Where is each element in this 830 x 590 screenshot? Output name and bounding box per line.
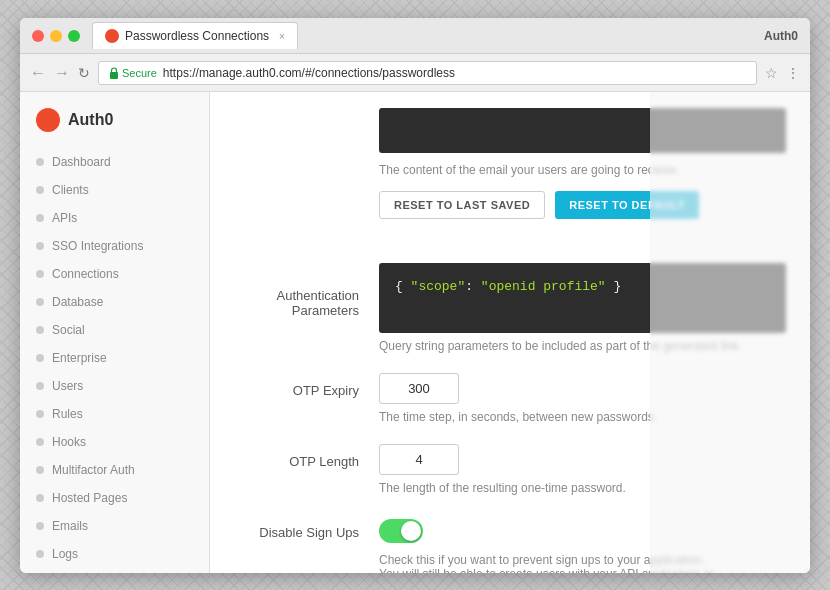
url-text: https://manage.auth0.com/#/connections/p… (163, 66, 455, 80)
sidebar-item-label: Hooks (52, 435, 86, 449)
disable-signups-toggle[interactable] (379, 519, 423, 543)
bookmark-icon[interactable]: ☆ (765, 65, 778, 81)
sidebar-item-label: Emails (52, 519, 88, 533)
sidebar-item-enterprise[interactable]: Enterprise (20, 344, 209, 372)
sidebar: Auth0 Dashboard Clients APIs SSO Integra… (20, 92, 210, 573)
disable-signups-label: Disable Sign Ups (234, 515, 379, 540)
sidebar-item-label: Clients (52, 183, 89, 197)
auth-params-label: Authentication Parameters (234, 263, 379, 318)
database-icon (36, 298, 44, 306)
forward-button[interactable]: → (54, 65, 70, 81)
code-scope-value: "openid profile" (481, 279, 606, 294)
otp-expiry-input[interactable] (379, 373, 459, 404)
secure-label: Secure (122, 67, 157, 79)
close-button[interactable] (32, 30, 44, 42)
otp-length-input[interactable] (379, 444, 459, 475)
maximize-button[interactable] (68, 30, 80, 42)
sidebar-item-dashboard[interactable]: Dashboard (20, 148, 209, 176)
tab-bar: Passwordless Connections × (92, 22, 298, 49)
connections-icon (36, 270, 44, 278)
otp-expiry-label: OTP Expiry (234, 373, 379, 398)
sidebar-item-social[interactable]: Social (20, 316, 209, 344)
toggle-knob (401, 521, 421, 541)
sidebar-brand: Auth0 (68, 111, 113, 129)
secure-badge: Secure (109, 67, 157, 79)
sidebar-item-connections[interactable]: Connections (20, 260, 209, 288)
sidebar-item-sso[interactable]: SSO Integrations (20, 232, 209, 260)
menu-icon[interactable]: ⋮ (786, 65, 800, 81)
lock-icon (109, 67, 119, 79)
sidebar-item-label: Social (52, 323, 85, 337)
tab-close-button[interactable]: × (279, 31, 285, 42)
title-bar: Passwordless Connections × Auth0 (20, 18, 810, 54)
emails-icon (36, 522, 44, 530)
sidebar-item-label: SSO Integrations (52, 239, 143, 253)
apis-icon (36, 214, 44, 222)
address-actions: ☆ ⋮ (765, 65, 800, 81)
sidebar-item-label: Hosted Pages (52, 491, 127, 505)
traffic-lights (32, 30, 80, 42)
otp-length-label: OTP Length (234, 444, 379, 469)
sidebar-item-label: Connections (52, 267, 119, 281)
back-button[interactable]: ← (30, 65, 46, 81)
social-icon (36, 326, 44, 334)
email-label (234, 108, 379, 118)
right-panel-overlay (650, 92, 810, 573)
sidebar-item-label: Dashboard (52, 155, 111, 169)
sidebar-item-rules[interactable]: Rules (20, 400, 209, 428)
sidebar-item-database[interactable]: Database (20, 288, 209, 316)
sidebar-item-mfa[interactable]: Multifactor Auth (20, 456, 209, 484)
sidebar-item-hosted-pages[interactable]: Hosted Pages (20, 484, 209, 512)
tab-favicon (105, 29, 119, 43)
clients-icon (36, 186, 44, 194)
code-brace-open: { (395, 279, 411, 294)
logs-icon (36, 550, 44, 558)
sidebar-item-users[interactable]: Users (20, 372, 209, 400)
sidebar-item-anomaly[interactable]: Anomaly Detection (20, 568, 209, 573)
sidebar-item-clients[interactable]: Clients (20, 176, 209, 204)
code-scope-key: "scope" (411, 279, 466, 294)
code-colon: : (465, 279, 481, 294)
rules-icon (36, 410, 44, 418)
users-icon (36, 382, 44, 390)
dashboard-icon (36, 158, 44, 166)
enterprise-icon (36, 354, 44, 362)
sidebar-item-label: Users (52, 379, 83, 393)
minimize-button[interactable] (50, 30, 62, 42)
sidebar-item-label: Database (52, 295, 103, 309)
reset-to-last-saved-button[interactable]: RESET TO LAST SAVED (379, 191, 545, 219)
sidebar-item-emails[interactable]: Emails (20, 512, 209, 540)
sidebar-item-label: Rules (52, 407, 83, 421)
hosted-pages-icon (36, 494, 44, 502)
sso-icon (36, 242, 44, 250)
auth0-logo-icon (36, 108, 60, 132)
address-bar: ← → ↻ Secure https://manage.auth0.com/#/… (20, 54, 810, 92)
svg-rect-0 (110, 72, 118, 79)
sidebar-logo: Auth0 (20, 108, 209, 148)
active-tab[interactable]: Passwordless Connections × (92, 22, 298, 49)
sidebar-item-label: Multifactor Auth (52, 463, 135, 477)
sidebar-item-label: Logs (52, 547, 78, 561)
sidebar-item-label: Enterprise (52, 351, 107, 365)
refresh-button[interactable]: ↻ (78, 66, 90, 80)
code-brace-close: } (606, 279, 622, 294)
tab-title: Passwordless Connections (125, 29, 269, 43)
mfa-icon (36, 466, 44, 474)
sidebar-item-hooks[interactable]: Hooks (20, 428, 209, 456)
hooks-icon (36, 438, 44, 446)
sidebar-item-apis[interactable]: APIs (20, 204, 209, 232)
sidebar-item-logs[interactable]: Logs (20, 540, 209, 568)
address-input[interactable]: Secure https://manage.auth0.com/#/connec… (98, 61, 757, 85)
sidebar-item-label: APIs (52, 211, 77, 225)
title-bar-brand: Auth0 (764, 29, 798, 43)
